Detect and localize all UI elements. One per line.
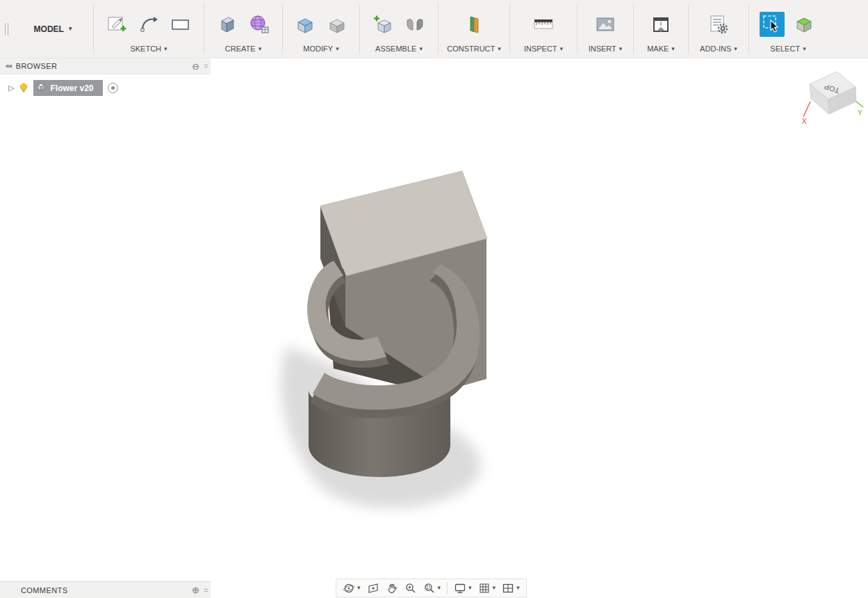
select-menu-button[interactable]: SELECT ▾: [770, 45, 805, 53]
construct-menu-button[interactable]: CONSTRUCT ▾: [447, 45, 501, 53]
browser-item-document[interactable]: ▷ Flower v20: [0, 74, 211, 99]
measure-button[interactable]: [531, 12, 556, 37]
caret-down-icon: ▾: [336, 46, 339, 52]
collapse-section-icon[interactable]: ⊖: [192, 62, 199, 71]
toolbar-grip[interactable]: [0, 0, 13, 58]
x-axis-line: [803, 102, 810, 117]
browser-title: BROWSER: [16, 62, 58, 70]
component-icon: [36, 82, 46, 94]
addins-menu-button[interactable]: ADD-INS ▾: [700, 45, 737, 53]
group-label: MODIFY: [303, 45, 333, 53]
look-at-icon: [367, 582, 379, 595]
disclosure-icon[interactable]: ▷: [8, 83, 14, 92]
arc-tool-button[interactable]: [136, 12, 161, 37]
assemble-menu-button[interactable]: ASSEMBLE ▾: [375, 45, 423, 53]
workspace-label: MODEL: [34, 24, 64, 34]
rectangle-icon: [170, 14, 191, 35]
rectangle-tool-button[interactable]: [168, 12, 193, 37]
create-menu-button[interactable]: CREATE ▾: [225, 45, 261, 53]
create-sketch-icon: [106, 14, 127, 35]
activate-component-radio[interactable]: [108, 83, 118, 93]
zoom-icon: [404, 582, 417, 595]
inspect-menu-button[interactable]: INSPECT ▾: [524, 45, 563, 53]
document-chip[interactable]: Flower v20: [33, 80, 102, 96]
viewport-canvas[interactable]: TOP X Y ▾: [0, 58, 868, 598]
window-select-button[interactable]: [792, 12, 817, 37]
caret-down-icon: ▾: [259, 46, 262, 52]
visibility-bulb-icon[interactable]: [19, 83, 28, 94]
collapse-panel-icon[interactable]: ◀◀: [5, 63, 11, 69]
caret-down-icon: ▾: [164, 46, 167, 52]
addins-button[interactable]: [706, 12, 731, 37]
plane-icon: [464, 14, 484, 35]
measure-icon: [533, 14, 554, 35]
sketch-menu-button[interactable]: SKETCH ▾: [130, 45, 167, 53]
group-label: CONSTRUCT: [447, 45, 495, 53]
tool-group-modify: MODIFY ▾: [283, 0, 359, 58]
arc-icon: [138, 14, 159, 35]
tool-group-select: SELECT ▾: [749, 0, 827, 58]
tool-group-make: MAKE ▾: [634, 0, 688, 58]
viewports-button[interactable]: ▾: [499, 581, 523, 596]
scripts-addins-icon: [708, 14, 729, 35]
tool-group-assemble: ASSEMBLE ▾: [360, 0, 438, 58]
navbar-divider: [447, 582, 448, 594]
tool-group-inspect: INSPECT ▾: [510, 0, 577, 58]
document-label: Flower v20: [50, 83, 93, 93]
make-button[interactable]: [648, 12, 673, 37]
expand-section-icon[interactable]: ⊕: [192, 585, 199, 595]
fillet-button[interactable]: [325, 12, 350, 37]
browser-panel: ◀◀ BROWSER ⊖ ▷ Flower v20: [0, 58, 211, 99]
modify-menu-button[interactable]: MODIFY ▾: [303, 45, 338, 53]
select-button[interactable]: [760, 12, 785, 37]
insert-menu-button[interactable]: INSERT ▾: [589, 45, 623, 53]
caret-down-icon: ▾: [560, 46, 564, 52]
group-label: SELECT: [770, 45, 800, 53]
pan-hand-icon: [386, 582, 398, 595]
new-component-icon: [372, 14, 393, 35]
pan-button[interactable]: [383, 581, 401, 596]
tool-group-construct: CONSTRUCT ▾: [439, 0, 509, 58]
comments-scrollbar[interactable]: [203, 589, 208, 592]
press-pull-button[interactable]: [293, 12, 318, 37]
group-label: INSERT: [589, 45, 616, 53]
zoom-window-button[interactable]: ▾: [420, 581, 444, 596]
caret-down-icon: ▾: [516, 585, 520, 591]
caret-down-icon: ▾: [803, 46, 806, 52]
workspace-switcher[interactable]: MODEL ▾: [13, 0, 93, 58]
grid-settings-button[interactable]: ▾: [475, 581, 499, 596]
tool-group-create: CREATE ▾: [204, 0, 282, 58]
view-cube[interactable]: TOP X Y: [799, 65, 868, 135]
caret-down-icon: ▾: [619, 46, 623, 52]
display-settings-button[interactable]: ▾: [451, 581, 475, 596]
extrude-button[interactable]: [215, 12, 240, 37]
insert-button[interactable]: [593, 12, 618, 37]
caret-down-icon: ▾: [69, 26, 72, 32]
y-axis-line: [856, 102, 863, 107]
tool-group-sketch: SKETCH ▾: [94, 0, 204, 58]
create-form-button[interactable]: [247, 12, 272, 37]
zoom-button[interactable]: [402, 581, 420, 596]
construct-plane-button[interactable]: [461, 12, 486, 37]
caret-down-icon: ▾: [671, 46, 675, 52]
comments-panel[interactable]: COMMENTS ⊕: [0, 581, 211, 598]
3d-print-icon: [650, 14, 671, 35]
top-toolbar: MODEL ▾: [0, 0, 868, 58]
orbit-button[interactable]: ▾: [340, 581, 363, 596]
look-at-button[interactable]: [364, 581, 382, 596]
browser-header[interactable]: ◀◀ BROWSER ⊖: [0, 58, 211, 74]
browser-scrollbar[interactable]: [203, 65, 208, 67]
form-sphere-icon: [249, 14, 270, 35]
display-settings-icon: [454, 582, 466, 595]
window-select-icon: [794, 14, 814, 35]
fillet-icon: [327, 14, 347, 35]
group-label: ADD-INS: [700, 45, 731, 53]
caret-down-icon: ▾: [357, 585, 361, 591]
tool-group-insert: INSERT ▾: [578, 0, 633, 58]
new-component-button[interactable]: [370, 12, 395, 37]
make-menu-button[interactable]: MAKE ▾: [647, 45, 675, 53]
viewports-icon: [502, 582, 514, 595]
joint-button[interactable]: [402, 12, 427, 37]
create-sketch-button[interactable]: [104, 12, 129, 37]
insert-image-icon: [595, 14, 616, 35]
